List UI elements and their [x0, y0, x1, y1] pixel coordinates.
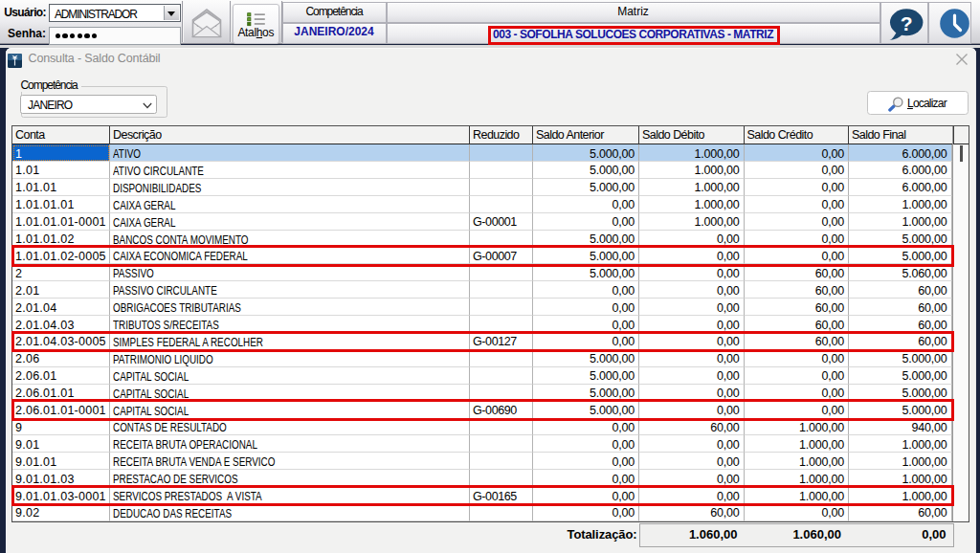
svg-text:?: ? — [901, 12, 913, 34]
